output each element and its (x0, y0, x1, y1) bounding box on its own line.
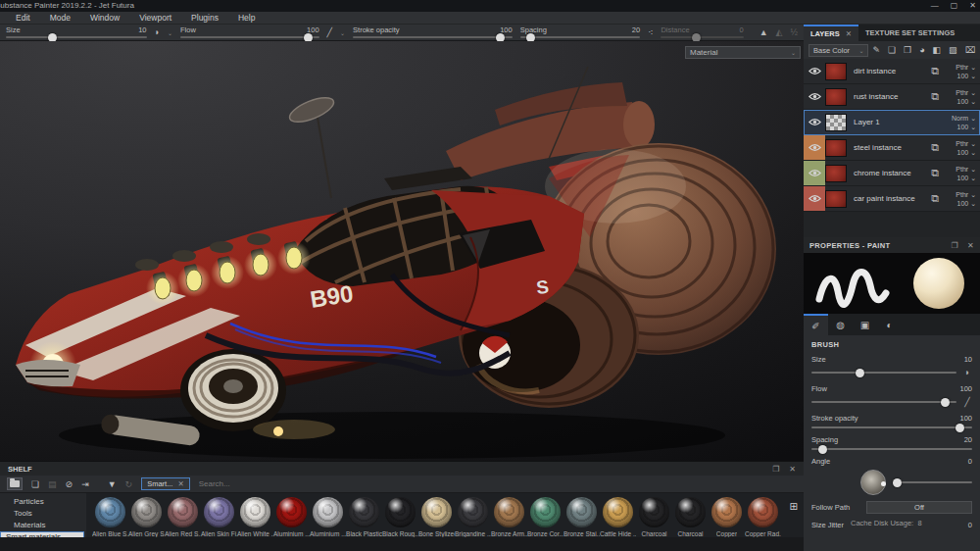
visibility-cell[interactable] (804, 84, 825, 109)
filter-chip[interactable]: Smart... ✕ (141, 477, 190, 490)
layer-thumbnail[interactable] (825, 63, 847, 80)
angle-dial[interactable] (860, 470, 886, 495)
layer-thumbnail[interactable] (825, 139, 847, 157)
undock-icon[interactable]: ❐ (952, 241, 958, 250)
size-slider[interactable] (6, 36, 147, 38)
close-icon[interactable]: ✕ (789, 465, 796, 474)
brush-spacing-slider[interactable] (811, 448, 972, 450)
tab-alpha-icon[interactable]: ◍ (828, 314, 853, 335)
material-sphere[interactable] (675, 497, 706, 527)
material-sphere[interactable] (349, 497, 379, 527)
layer-row[interactable]: rust instance ⧉ Pthr ⌄ 100 ⌄ (804, 84, 980, 110)
add-smart-material-icon[interactable]: ◕ (919, 45, 924, 55)
hide-icon[interactable]: ⊘ (66, 479, 74, 489)
material-sphere[interactable] (639, 497, 669, 527)
filter-icon[interactable]: ▼ (108, 479, 117, 489)
add-folder-icon[interactable]: ▨ (949, 45, 957, 55)
channel-dropdown[interactable]: Base Color ⌄ (808, 44, 868, 57)
spacing-slider[interactable] (520, 36, 640, 38)
tab-stencil-icon[interactable]: ▣ (853, 314, 877, 335)
brush-tip-icon[interactable]: ◗ (155, 27, 160, 37)
material-sphere[interactable] (458, 497, 488, 527)
visibility-cell[interactable] (804, 135, 825, 160)
material-sphere[interactable] (530, 497, 561, 527)
menu-item[interactable]: Edit (16, 13, 30, 23)
material-sphere[interactable] (204, 497, 234, 527)
close-icon[interactable]: ✕ (969, 0, 976, 12)
material-sphere[interactable] (421, 497, 452, 527)
new-resource-icon[interactable]: ❏ (31, 479, 39, 489)
material-sphere[interactable] (603, 497, 633, 527)
menu-item[interactable]: Help (238, 13, 255, 23)
add-effect-icon[interactable]: ✎ (872, 45, 880, 55)
stroke-opacity-slider[interactable] (353, 36, 513, 38)
layer-thumbnail[interactable] (825, 114, 847, 131)
eye-icon[interactable] (808, 143, 821, 152)
menu-item[interactable]: Mode (50, 13, 71, 23)
angle-slider[interactable] (894, 481, 972, 483)
material-sphere[interactable] (168, 497, 198, 527)
minimize-icon[interactable]: — (931, 0, 939, 12)
import-icon[interactable]: ⇥ (81, 479, 89, 489)
grid-view-icon[interactable]: ⊞ (790, 501, 798, 512)
layer-row[interactable]: car paint instance ⧉ Pthr ⌄ 100 ⌄ (804, 186, 980, 212)
layer-row[interactable]: steel instance ⧉ Pthr ⌄ 100 ⌄ (804, 135, 980, 161)
chevron-down-icon[interactable]: ⌄ (340, 29, 345, 36)
blend-controls[interactable]: Pthr ⌄ 100 ⌄ (943, 165, 980, 182)
layer-row[interactable]: Layer 1 Norm ⌄ 100 ⌄ (804, 110, 980, 135)
visibility-cell[interactable] (804, 161, 825, 185)
close-icon[interactable]: ✕ (967, 241, 974, 250)
add-fill-layer-icon[interactable]: ❐ (904, 45, 911, 55)
layer-thumbnail[interactable] (825, 190, 847, 208)
maximize-icon[interactable]: ▢ (951, 0, 958, 12)
chevron-down-icon[interactable]: ⌄ (168, 29, 172, 36)
menu-item[interactable]: Viewport (139, 13, 172, 23)
material-sphere[interactable] (95, 497, 125, 527)
material-sphere[interactable] (131, 497, 162, 527)
material-dropdown[interactable]: Material ⌄ (685, 46, 801, 59)
shelf-category-item[interactable]: Particles (0, 496, 86, 507)
eye-icon[interactable] (808, 67, 821, 75)
shelf-category-item[interactable]: Tools (0, 508, 86, 519)
layer-row[interactable]: dirt instance ⧉ Pthr ⌄ 100 ⌄ (804, 59, 980, 84)
blend-controls[interactable]: Pthr ⌄ 100 ⌄ (943, 88, 980, 106)
eye-icon[interactable] (808, 194, 821, 203)
material-sphere[interactable] (313, 497, 343, 527)
layer-thumbnail[interactable] (825, 88, 847, 106)
tab-layers[interactable]: LAYERS ✕ (804, 25, 858, 41)
folder-icon[interactable] (7, 477, 23, 490)
material-sphere[interactable] (494, 497, 524, 527)
close-icon[interactable]: ✕ (177, 479, 183, 488)
visibility-cell[interactable] (804, 59, 825, 83)
3d-viewport[interactable]: B90 S (0, 41, 804, 461)
search-input[interactable] (199, 479, 415, 488)
layer-thumbnail[interactable] (825, 165, 847, 182)
blend-controls[interactable]: Pthr ⌄ 100 ⌄ (943, 190, 980, 208)
flow-slider[interactable] (180, 36, 319, 38)
material-sphere[interactable] (711, 497, 742, 527)
particles-icon[interactable]: ⁖ (648, 27, 653, 37)
shelf-category-item[interactable]: Materials (0, 520, 86, 530)
brush-stroke-opacity-slider[interactable] (811, 426, 972, 428)
material-sphere[interactable] (566, 497, 597, 527)
eye-icon[interactable] (808, 92, 821, 101)
add-mask-icon[interactable]: ◧ (933, 45, 942, 55)
material-sphere[interactable] (748, 497, 778, 527)
close-icon[interactable]: ✕ (846, 29, 852, 38)
eye-icon[interactable] (808, 118, 821, 126)
material-sphere[interactable] (385, 497, 416, 527)
brush-tip-icon[interactable]: ◗ (962, 368, 972, 377)
visibility-cell[interactable] (804, 186, 825, 211)
visibility-cell[interactable] (804, 110, 825, 134)
material-sphere[interactable] (240, 497, 270, 527)
blend-controls[interactable]: Pthr ⌄ 100 ⌄ (943, 139, 980, 157)
menu-item[interactable]: Window (90, 13, 120, 23)
blend-controls[interactable]: Norm ⌄ 100 ⌄ (943, 114, 980, 131)
brush-flow-slider[interactable] (811, 401, 956, 403)
tab-material-icon[interactable]: ◐ (877, 314, 902, 335)
delete-layer-icon[interactable]: ⌧ (965, 45, 975, 55)
eye-icon[interactable] (808, 169, 821, 177)
add-layer-icon[interactable]: ❏ (888, 45, 896, 55)
pencil-tip-icon[interactable]: ╱ (327, 27, 332, 37)
pencil-tip-icon[interactable]: ╱ (962, 397, 972, 407)
